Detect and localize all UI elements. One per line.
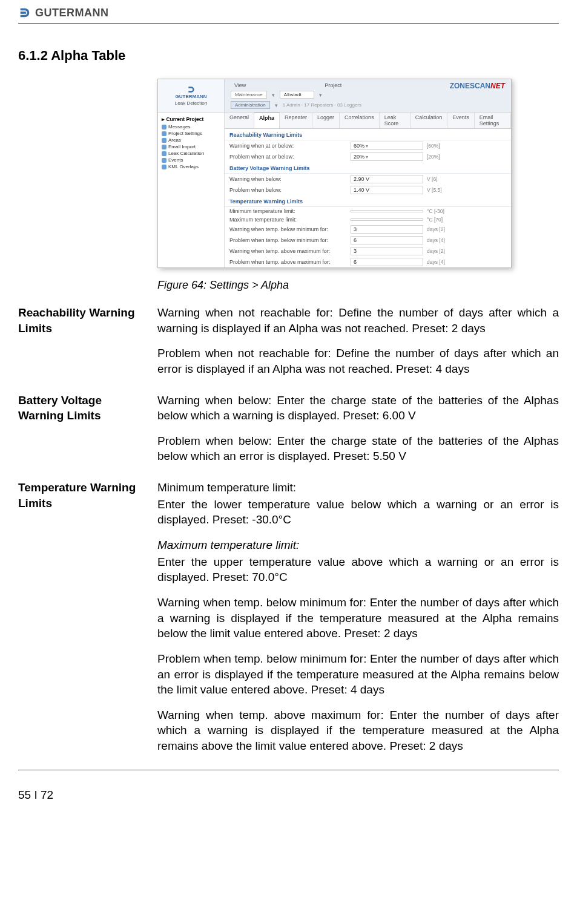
tab-alpha[interactable]: Alpha <box>254 113 280 128</box>
tab-events[interactable]: Events <box>447 113 475 128</box>
doc-section: Battery Voltage Warning LimitsWarning wh… <box>18 393 559 474</box>
sidebar-item-label: Events <box>168 157 183 163</box>
ss-btn-maintenance[interactable]: Maintenance <box>231 91 267 99</box>
tab-email-settings[interactable]: Email Settings <box>475 113 511 128</box>
tab-correlations[interactable]: Correlations <box>340 113 380 128</box>
ss-menu-project[interactable]: Project <box>325 82 341 88</box>
row-input[interactable]: 20% <box>351 152 423 161</box>
app-screenshot: GUTERMANN Leak Detection View Project Ma… <box>157 79 512 268</box>
section-label: Battery Voltage Warning Limits <box>18 393 157 474</box>
settings-row: Problem when temp. below minimum for:6da… <box>225 235 511 246</box>
zonescan-text: ZONESCAN <box>450 82 490 90</box>
sidebar-item-label: Leak Calculation <box>168 151 204 156</box>
row-label: Problem when at or below: <box>229 154 351 160</box>
row-unit: days [4] <box>427 237 445 243</box>
figure-screenshot: GUTERMANN Leak Detection View Project Ma… <box>157 79 559 268</box>
settings-row: Problem when below:1.40 VV [5.5] <box>225 185 511 195</box>
para: Warning when temp. below minimum for: En… <box>157 595 559 641</box>
folder-icon <box>162 131 167 136</box>
tab-repeater[interactable]: Repeater <box>280 113 312 128</box>
doc-section: Temperature Warning LimitsMinimum temper… <box>18 480 559 764</box>
section-label: Reachability Warning Limits <box>18 305 157 387</box>
row-input[interactable]: 60% <box>351 142 423 150</box>
row-label: Warning when temp. below minimum for: <box>229 226 351 232</box>
sidebar-item[interactable]: Project Settings <box>160 130 222 137</box>
sidebar-item[interactable]: KML Overlays <box>160 163 222 170</box>
ss-tabs: GeneralAlphaRepeaterLoggerCorrelationsLe… <box>225 113 511 129</box>
sidebar-item-label: KML Overlays <box>168 164 199 169</box>
para: Warning when temp. above maximum for: En… <box>157 707 559 754</box>
para: Warning when below: Enter the charge sta… <box>157 393 559 424</box>
settings-row: Problem when at or below:20%[20%] <box>225 151 511 162</box>
ss-reach-title: Reachability Warning Limits <box>225 129 511 140</box>
ss-project-select[interactable]: Albstadt <box>280 91 314 99</box>
sidebar-item-label: Project Settings <box>168 131 202 136</box>
folder-icon <box>162 138 167 143</box>
row-input[interactable]: 1.40 V <box>351 186 423 194</box>
page-number: 55 I 72 <box>18 788 53 801</box>
row-unit: [20%] <box>427 154 440 160</box>
sidebar-item[interactable]: Leak Calculation <box>160 150 222 157</box>
para: Enter the lower temperature value below … <box>157 497 559 528</box>
svg-rect-0 <box>21 11 26 14</box>
ss-brand-sub: Leak Detection <box>175 100 207 106</box>
ss-btn-admin[interactable]: Administration <box>231 101 270 109</box>
row-unit: days [4] <box>427 259 445 265</box>
folder-icon <box>162 158 167 163</box>
sidebar-item[interactable]: Messages <box>160 123 222 130</box>
ss-product-logo: ZONESCANNET <box>450 79 511 112</box>
doc-section: Reachability Warning LimitsWarning when … <box>18 305 559 387</box>
row-unit: days [2] <box>427 248 445 254</box>
row-unit: °C [70] <box>427 217 443 223</box>
tab-leak-score[interactable]: Leak Score <box>380 113 410 128</box>
ss-project-sub: 1 Admin · 17 Repeaters · 83 Loggers <box>283 102 361 108</box>
para: Enter the upper temperature value above … <box>157 554 559 585</box>
row-label: Minimum temperature limit: <box>229 208 351 214</box>
row-input[interactable]: 3 <box>351 247 423 255</box>
tab-general[interactable]: General <box>225 113 254 128</box>
row-label: Warning when at or below: <box>229 143 351 149</box>
settings-row: Minimum temperature limit:°C [-30] <box>225 207 511 215</box>
section-heading: 6.1.2 Alpha Table <box>18 48 559 64</box>
settings-row: Warning when temp. below minimum for:3da… <box>225 224 511 235</box>
folder-icon <box>162 151 167 156</box>
row-label: Warning when temp. above maximum for: <box>229 248 351 254</box>
row-input[interactable] <box>351 218 423 221</box>
sidebar-item[interactable]: Areas <box>160 137 222 143</box>
ss-sidebar: ▸ Current Project MessagesProject Settin… <box>158 113 225 267</box>
page-footer: 55 I 72 <box>18 770 559 802</box>
ss-menu-view[interactable]: View <box>234 82 246 88</box>
net-text: NET <box>490 82 505 90</box>
sidebar-item[interactable]: Email Import <box>160 143 222 150</box>
row-input[interactable] <box>351 210 423 212</box>
row-input[interactable]: 3 <box>351 225 423 234</box>
chevron-down-icon[interactable]: ▾ <box>272 92 275 98</box>
row-input[interactable]: 6 <box>351 236 423 244</box>
row-input[interactable]: 2.90 V <box>351 175 423 183</box>
sidebar-item-label: Messages <box>168 124 190 129</box>
para: Problem when below: Enter the charge sta… <box>157 433 559 464</box>
folder-icon <box>162 145 167 149</box>
folder-icon <box>162 165 167 169</box>
chevron-down-icon[interactable]: ▾ <box>319 92 322 98</box>
row-unit: V [5.5] <box>427 187 442 193</box>
para: Warning when not reachable for: Define t… <box>157 305 559 336</box>
row-label: Problem when below: <box>229 187 351 193</box>
para: Problem when not reachable for: Define t… <box>157 346 559 376</box>
sidebar-item-label: Areas <box>168 137 181 143</box>
row-label: Problem when temp. below minimum for: <box>229 237 351 243</box>
tab-calculation[interactable]: Calculation <box>410 113 448 128</box>
row-label: Warning when below: <box>229 176 351 182</box>
chevron-down-icon[interactable]: ▾ <box>275 102 278 108</box>
tab-logger[interactable]: Logger <box>312 113 340 128</box>
row-unit: days [2] <box>427 226 445 232</box>
sidebar-item[interactable]: Events <box>160 157 222 163</box>
logo-icon <box>18 6 31 19</box>
row-input[interactable]: 6 <box>351 258 423 266</box>
para: Minimum temperature limit: <box>157 480 559 496</box>
settings-row: Maximum temperature limit:°C [70] <box>225 215 511 224</box>
ss-temp-title: Temperature Warning Limits <box>225 195 511 207</box>
page-header: GUTERMANN <box>18 6 559 24</box>
ss-current-project[interactable]: Current Project <box>166 116 203 122</box>
settings-row: Problem when temp. above maximum for:6da… <box>225 257 511 267</box>
